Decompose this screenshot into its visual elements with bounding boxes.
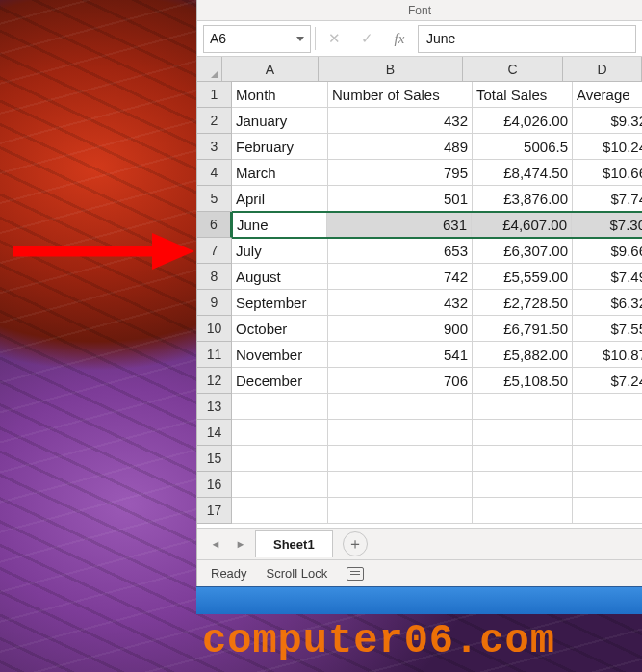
cell[interactable] [232, 446, 328, 472]
cell[interactable]: July [232, 238, 328, 264]
sheet-tab-active[interactable]: Sheet1 [255, 530, 333, 557]
cancel-formula-button[interactable]: ✕ [320, 25, 348, 53]
cell[interactable] [473, 472, 573, 498]
cell[interactable]: $7.49 [573, 264, 642, 290]
cell[interactable] [328, 472, 473, 498]
cell[interactable]: $7.74 [573, 186, 642, 212]
cell[interactable] [573, 498, 642, 524]
row-header[interactable]: 7 [197, 238, 232, 264]
cell[interactable]: 653 [328, 238, 473, 264]
cell[interactable] [473, 420, 573, 446]
cell[interactable]: £6,791.50 [473, 316, 573, 342]
col-header-b[interactable]: B [319, 57, 463, 82]
row-header[interactable]: 13 [197, 394, 232, 420]
row-header[interactable]: 14 [197, 420, 232, 446]
row-header[interactable]: 10 [197, 316, 232, 342]
formula-input[interactable]: June [418, 25, 636, 53]
macro-record-icon[interactable] [347, 567, 364, 581]
row-header[interactable]: 9 [197, 290, 232, 316]
cell[interactable]: February [232, 134, 328, 160]
cell[interactable]: September [232, 290, 328, 316]
cell[interactable]: March [232, 160, 328, 186]
cell[interactable]: $10.87 [573, 342, 642, 368]
tab-nav-prev[interactable]: ◄ [205, 533, 226, 555]
cell[interactable]: $7.55 [573, 316, 642, 342]
cell[interactable]: December [232, 368, 328, 394]
new-sheet-button[interactable]: ＋ [343, 531, 368, 556]
col-header-c[interactable]: C [463, 57, 563, 82]
cell[interactable]: 501 [328, 186, 473, 212]
cell[interactable]: $10.66 [573, 160, 642, 186]
cell[interactable]: $7.24 [573, 368, 642, 394]
row-header[interactable]: 15 [197, 446, 232, 472]
row-header[interactable]: 2 [197, 108, 232, 134]
cell[interactable]: Number of Sales [328, 82, 473, 108]
cell[interactable] [232, 498, 328, 524]
cell[interactable] [232, 472, 328, 498]
cell[interactable] [232, 420, 328, 446]
row-header[interactable]: 1 [197, 82, 232, 108]
cell[interactable]: 631 [327, 212, 472, 238]
cell[interactable]: 541 [328, 342, 473, 368]
cell[interactable]: 900 [328, 316, 473, 342]
row-header[interactable]: 3 [197, 134, 232, 160]
select-all-corner[interactable] [197, 57, 222, 82]
cell[interactable]: £3,876.00 [473, 186, 573, 212]
row-header[interactable]: 11 [197, 342, 232, 368]
cell[interactable]: 489 [328, 134, 473, 160]
cell[interactable] [232, 394, 328, 420]
cell[interactable]: £4,607.00 [472, 212, 572, 238]
row-header[interactable]: 16 [197, 472, 232, 498]
cell[interactable] [328, 394, 473, 420]
cell[interactable]: £5,559.00 [473, 264, 573, 290]
name-box[interactable]: A6 [203, 25, 311, 53]
cell[interactable]: November [232, 342, 328, 368]
tab-nav-next[interactable]: ► [230, 533, 251, 555]
cell[interactable] [473, 498, 573, 524]
col-header-d[interactable]: D [563, 57, 642, 82]
row-header[interactable]: 12 [197, 368, 232, 394]
cell[interactable]: £4,026.00 [473, 108, 573, 134]
cell[interactable] [328, 446, 473, 472]
row-header[interactable]: 17 [197, 498, 232, 524]
cell[interactable]: £6,307.00 [473, 238, 573, 264]
cell[interactable] [573, 394, 642, 420]
accept-formula-button[interactable]: ✓ [352, 25, 381, 53]
cell[interactable] [573, 420, 642, 446]
cell[interactable] [328, 498, 473, 524]
cell[interactable]: 432 [328, 290, 473, 316]
row-header[interactable]: 5 [197, 186, 232, 212]
cell[interactable]: £8,474.50 [473, 160, 573, 186]
cell[interactable]: April [232, 186, 328, 212]
row-header[interactable]: 8 [197, 264, 232, 290]
cell[interactable]: $9.32 [573, 108, 642, 134]
row-header[interactable]: 6 [197, 212, 232, 238]
cell[interactable]: 5006.5 [473, 134, 573, 160]
row-header[interactable]: 4 [197, 160, 232, 186]
cell[interactable]: August [232, 264, 328, 290]
cell[interactable] [473, 446, 573, 472]
cell[interactable]: $6.32 [573, 290, 642, 316]
cell[interactable]: $9.66 [573, 238, 642, 264]
cell[interactable] [473, 394, 573, 420]
cell[interactable]: 742 [328, 264, 473, 290]
cell[interactable]: $10.24 [573, 134, 642, 160]
col-header-a[interactable]: A [222, 57, 319, 82]
cell[interactable]: $7.30 [572, 212, 642, 238]
cell[interactable] [573, 472, 642, 498]
insert-function-button[interactable]: fx [385, 25, 414, 53]
cell[interactable]: £5,108.50 [473, 368, 573, 394]
cell[interactable]: 795 [328, 160, 473, 186]
cell[interactable]: June [231, 212, 327, 238]
windows-taskbar[interactable] [196, 586, 642, 614]
cell[interactable]: £2,728.50 [473, 290, 573, 316]
cell[interactable]: Month [232, 82, 328, 108]
cell[interactable]: Total Sales [473, 82, 573, 108]
cell[interactable]: 706 [328, 368, 473, 394]
cell[interactable]: £5,882.00 [473, 342, 573, 368]
cell-grid[interactable]: MonthNumber of SalesTotal SalesAverageJa… [232, 82, 642, 528]
cell[interactable] [328, 420, 473, 446]
cell[interactable]: January [232, 108, 328, 134]
cell[interactable]: 432 [328, 108, 473, 134]
cell[interactable]: October [232, 316, 328, 342]
